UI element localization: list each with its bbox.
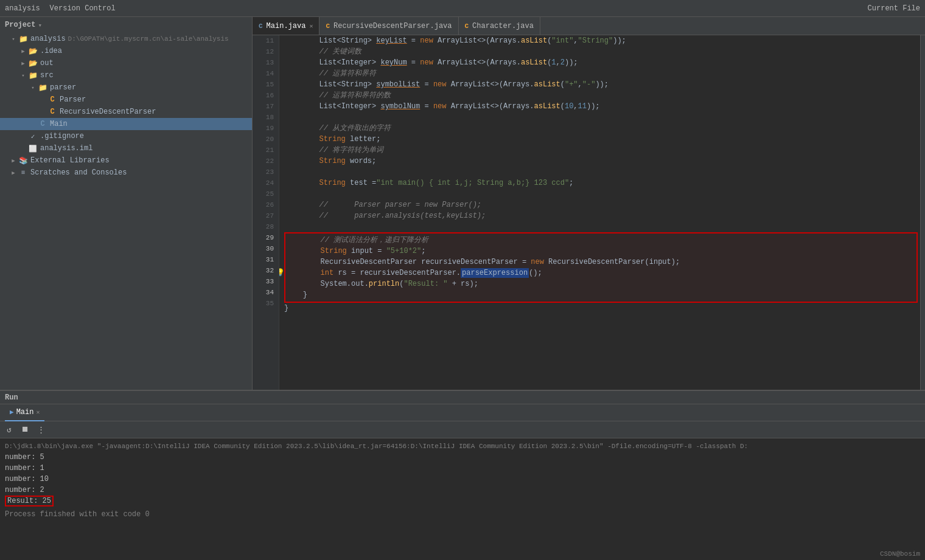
Main-label: Main [50,120,68,128]
sidebar-item-analysis[interactable]: ▾ 📁 analysis D:\GOPATH\git.myscrm.cn\ai-… [0,33,252,45]
ln-18: 18 [253,112,279,123]
ln-30: 30 [253,243,279,254]
project-chevron[interactable]: ▾ [38,21,42,29]
tab-main-java[interactable]: C Main.java ✕ [253,17,319,35]
code-line-21: // 将字符转为单词 [284,145,920,156]
code-content[interactable]: List<String> keyList = new ArrayList<>(A… [279,35,920,390]
code-line-13: List<Integer> keyNum = new ArrayList<>(A… [284,57,920,68]
sidebar-header: Project ▾ [0,17,252,33]
tab-character-java[interactable]: C Character.java [459,17,540,35]
iml-label: analysis.iml [40,144,92,153]
version-control-nav[interactable]: Version Control [50,4,116,13]
src-label: src [40,71,54,80]
line-numbers: 11 12 13 14 15 16 17 18 19 20 21 22 23 2… [253,35,279,390]
code-line-35: } [284,303,920,314]
console-cmd-line: D:\jdk1.8\bin\java.exe "-javaagent:D:\In… [5,441,920,452]
sidebar-item-scratches[interactable]: ▶ ≡ Scratches and Consoles [0,167,252,179]
console-footer: Process finished with exit code 0 [5,509,920,520]
scratches-label: Scratches and Consoles [30,168,127,177]
sidebar-item-external-libs[interactable]: ▶ 📚 External Libraries [0,154,252,167]
code-line-19: // 从文件取出的字符 [284,123,920,134]
ln-17: 17 [253,101,279,112]
java-icon-main: C [38,119,47,129]
scratches-icon: ≡ [18,168,28,178]
project-label: Project [5,21,35,29]
chevron-analysis: ▾ [10,35,17,43]
console-output[interactable]: D:\jdk1.8\bin\java.exe "-javaagent:D:\In… [0,438,925,560]
code-line-17: List<Integer> symbolNum = new ArrayList<… [284,101,920,112]
ln-34: 34 [253,287,279,298]
sidebar: Project ▾ ▾ 📁 analysis D:\GOPATH\git.mys… [0,17,253,390]
Parser-label: Parser [60,95,86,104]
git-icon: ✓ [28,131,38,141]
folder-src-icon: 📁 [28,71,38,80]
tab-label-char: Character.java [472,22,534,30]
stop-btn[interactable]: ⏹ [18,423,32,437]
sidebar-item-out[interactable]: ▶ 📂 out [0,57,252,69]
ln-13: 13 [253,57,279,68]
result-highlight: Result: 25 [5,496,54,506]
sidebar-item-Main[interactable]: C Main [0,118,252,130]
ln-20: 20 [253,134,279,145]
sidebar-item-RecursiveDescentParser[interactable]: C RecursiveDescentParser [0,106,252,118]
bottom-panel: Run ▶ Main ✕ ↺ ⏹ ⋮ D:\jdk1.8\bin\java.ex… [0,390,925,560]
app-title[interactable]: analysis [5,4,40,13]
tab-main-run[interactable]: ▶ Main ✕ [5,404,44,421]
code-editor[interactable]: 11 12 13 14 15 16 17 18 19 20 21 22 23 2… [253,35,925,390]
tab-recursive-java[interactable]: C RecursiveDescentParser.java [319,17,458,35]
main-layout: Project ▾ ▾ 📁 analysis D:\GOPATH\git.mys… [0,17,925,390]
highlight-block: // 测试语法分析，递归下降分析 String input = "5+10*2"… [284,232,918,303]
console-line-num10: number: 10 [5,474,920,485]
tab-icon-main: C [259,22,263,30]
ln-27: 27 [253,210,279,221]
run-tab-label: Main [16,408,34,417]
run-text: Run [5,393,18,402]
RecursiveDescentParser-label: RecursiveDescentParser [60,108,156,116]
sidebar-item-gitignore[interactable]: ✓ .gitignore [0,130,252,142]
code-line-25 [284,188,920,199]
ln-22: 22 [253,156,279,167]
tab-close-main[interactable]: ✕ [309,22,313,30]
parser-label: parser [50,83,76,92]
ln-24: 24 [253,178,279,188]
sidebar-item-parser[interactable]: ▾ 📁 parser [0,81,252,94]
top-bar: analysis Version Control Current File [0,0,925,17]
run-icon: ▶ [10,408,14,416]
sidebar-item-iml[interactable]: ⬜ analysis.iml [0,142,252,154]
code-line-11: List<String> keyList = new ArrayList<>(A… [284,35,920,46]
ext-libs-label: External Libraries [30,156,110,165]
more-btn[interactable]: ⋮ [34,423,47,437]
chevron-out: ▶ [19,60,27,67]
code-line-28 [284,221,920,232]
tab-label-main: Main.java [267,22,306,30]
code-line-33: System.out.println("Result: " + rs); [285,278,916,289]
sidebar-item-idea[interactable]: ▶ 📂 .idea [0,45,252,57]
editor-area: C Main.java ✕ C RecursiveDescentParser.j… [253,17,925,390]
chevron-idea: ▶ [19,47,27,55]
ln-11: 11 [253,35,279,46]
code-line-15: List<String> symbolList = new ArrayList<… [284,79,920,90]
folder-out-icon: 📂 [28,58,38,68]
ln-31: 31 [253,254,279,265]
out-label: out [40,59,54,67]
folder-open-icon: 📁 [18,34,28,44]
iml-icon: ⬜ [28,143,38,153]
ln-29: 29 [253,232,279,243]
restart-btn[interactable]: ↺ [2,423,16,437]
ln-33: 33 [253,276,279,287]
folder-parser-icon: 📁 [38,83,47,92]
cmd-text: D:\jdk1.8\bin\java.exe "-javaagent:D:\In… [5,443,748,450]
sidebar-item-src[interactable]: ▾ 📁 src [0,69,252,81]
code-line-27: // parser.analysis(test,keyList); [284,210,920,221]
current-file-indicator[interactable]: Current File [868,4,920,13]
ln-32: 32 [253,265,279,276]
code-line-16: // 运算符和界符的数 [284,90,920,101]
bulb-icon: 💡 [279,268,285,278]
code-line-30: String input = "5+10*2"; [285,246,916,257]
right-gutter[interactable] [920,35,925,390]
console-line-num1: number: 1 [5,463,920,474]
run-tab-close[interactable]: ✕ [36,409,40,416]
code-line-26: // Parser parser = new Parser(); [284,199,920,210]
ln-26: 26 [253,199,279,210]
sidebar-item-Parser[interactable]: C Parser [0,94,252,106]
